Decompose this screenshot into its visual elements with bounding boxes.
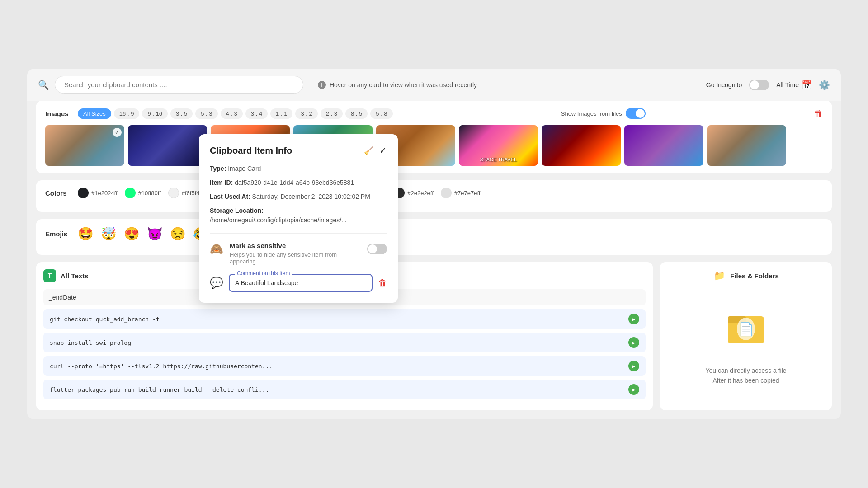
images-title: Images [45, 110, 72, 117]
incognito-label: Go Incognito [706, 81, 742, 89]
filter-8-5[interactable]: 8 : 5 [345, 108, 368, 119]
type-value: Image Card [228, 165, 261, 172]
comment-input[interactable] [230, 275, 372, 291]
filter-all-sizes[interactable]: All Sizes [78, 108, 111, 119]
size-filters: All Sizes 16 : 9 9 : 16 3 : 5 5 : 3 4 : … [78, 108, 393, 119]
emojis-section-header: Emojis 🤩 🤯 😍 😈 😒 😂 😌 😅 🤔 [45, 226, 823, 241]
emoji-3[interactable]: 😍 [124, 226, 140, 241]
last-used-value: Saturday, December 2, 2023 10:02:02 PM [252, 193, 370, 200]
id-row: Item ID: daf5a920-d41e-1dd4-a64b-93ebd36… [210, 178, 387, 188]
header: 🔍 i Hover on any card to view when it wa… [27, 69, 841, 101]
files-title: Files & Folders [730, 272, 779, 280]
all-texts-title: All Texts [61, 272, 88, 280]
command-text-2: snap install swi-prolog [50, 339, 131, 346]
filter-1-1[interactable]: 1 : 1 [270, 108, 292, 119]
modal-check-icon[interactable]: ✓ [379, 145, 387, 156]
command-item-2[interactable]: snap install swi-prolog ▶ [43, 333, 646, 352]
emoji-4[interactable]: 😈 [147, 226, 163, 241]
svg-text:📄: 📄 [738, 322, 754, 337]
image-card-8[interactable] [624, 125, 703, 166]
all-time-button[interactable]: All Time 📅 [776, 80, 811, 90]
comment-section: 💬 Comment on this Item 🗑 [210, 274, 387, 292]
folder-icon: 📁 [713, 269, 726, 282]
sensitive-text: Mark as sensitive Helps you to hide any … [230, 242, 361, 265]
incognito-toggle[interactable] [749, 80, 769, 90]
comment-icon: 💬 [210, 277, 223, 289]
comment-delete-button[interactable]: 🗑 [378, 278, 387, 288]
sensitive-icon: 🙈 [210, 243, 223, 255]
sensitive-desc: Helps you to hide any sensitive item fro… [230, 251, 361, 265]
show-files-toggle-group: Show Images from files [561, 108, 646, 119]
sensitive-toggle[interactable] [367, 244, 387, 254]
files-illustration: 📄 [723, 303, 769, 357]
info-icon: i [318, 81, 326, 89]
search-icon: 🔍 [38, 80, 49, 90]
color-item-8[interactable]: #2e2e2eff [394, 188, 434, 198]
color-item-2[interactable]: #10ff80ff [125, 188, 161, 198]
colors-section: Colors #1e2024ff #10ff80ff #f6f5f4ff [36, 180, 832, 212]
images-trash-icon[interactable]: 🗑 [814, 108, 823, 119]
play-button-4[interactable]: ▶ [628, 384, 639, 395]
filter-3-2[interactable]: 3 : 2 [295, 108, 317, 119]
emoji-1[interactable]: 🤩 [78, 226, 94, 241]
type-row: Type: Image Card [210, 164, 387, 174]
image-card-7[interactable] [542, 125, 621, 166]
bottom-row: T All Texts _endDate git checkout quck_a… [36, 262, 832, 410]
filter-16-9[interactable]: 16 : 9 [114, 108, 140, 119]
play-button-2[interactable]: ▶ [628, 337, 639, 348]
command-text-3: curl --proto '=https' --tlsv1.2 https://… [50, 363, 273, 370]
filter-5-3[interactable]: 5 : 3 [195, 108, 217, 119]
clipboard-info-modal: Clipboard Item Info 🧹 ✓ Type: Image Card… [199, 134, 398, 303]
last-used-label: Last Used At: [210, 193, 250, 200]
main-container: 🔍 i Hover on any card to view when it wa… [27, 69, 841, 419]
emoji-2[interactable]: 🤯 [101, 226, 117, 241]
type-label: Type: [210, 165, 226, 172]
image-card-2[interactable] [128, 125, 207, 166]
filter-3-5[interactable]: 3 : 5 [170, 108, 193, 119]
play-button-3[interactable]: ▶ [628, 361, 639, 371]
images-section-header: Images All Sizes 16 : 9 9 : 16 3 : 5 5 :… [45, 108, 823, 119]
show-files-label: Show Images from files [561, 110, 622, 117]
color-item-1[interactable]: #1e2024ff [78, 188, 118, 198]
comment-float-label: Comment on this Item [235, 270, 292, 277]
image-card-6[interactable]: SPACE TRAVEL [459, 125, 538, 166]
modal-title: Clipboard Item Info [210, 145, 292, 156]
color-label-8: #2e2e2eff [407, 190, 434, 197]
info-text: Hover on any card to view when it was us… [330, 81, 477, 89]
command-text-4: flutter packages pub run build_runner bu… [50, 386, 269, 393]
filter-4-3[interactable]: 4 : 3 [221, 108, 243, 119]
filter-5-8[interactable]: 5 : 8 [370, 108, 392, 119]
calendar-icon: 📅 [802, 80, 811, 90]
last-used-row: Last Used At: Saturday, December 2, 2023… [210, 192, 387, 202]
color-dot-9 [441, 188, 452, 198]
colors-section-header: Colors #1e2024ff #10ff80ff #f6f5f4ff [45, 188, 823, 198]
command-item-4[interactable]: flutter packages pub run build_runner bu… [43, 380, 646, 399]
color-label-2: #10ff80ff [138, 190, 161, 197]
search-input[interactable] [55, 76, 303, 94]
color-label-9: #7e7e7eff [454, 190, 481, 197]
storage-label: Storage Location: [210, 207, 264, 214]
command-item-1[interactable]: git checkout quck_add_branch -f ▶ [43, 309, 646, 329]
files-header: 📁 Files & Folders [713, 269, 779, 282]
emojis-title: Emojis [45, 230, 72, 238]
color-dot-3 [168, 188, 179, 198]
modal-clean-icon[interactable]: 🧹 [364, 145, 374, 155]
emojis-section: Emojis 🤩 🤯 😍 😈 😒 😂 😌 😅 🤔 [36, 219, 832, 255]
color-item-9[interactable]: #7e7e7eff [441, 188, 481, 198]
image-checkmark-1: ✓ [113, 128, 122, 137]
color-label-1: #1e2024ff [91, 190, 118, 197]
color-item-3[interactable]: #f6f5f4ff [168, 188, 203, 198]
image-card-9[interactable] [707, 125, 786, 166]
command-item-3[interactable]: curl --proto '=https' --tlsv1.2 https://… [43, 356, 646, 376]
settings-icon[interactable]: ⚙️ [819, 80, 830, 90]
filter-9-16[interactable]: 9 : 16 [142, 108, 168, 119]
modal-divider [210, 233, 387, 234]
files-line1: You can directly access a file [705, 366, 786, 375]
emoji-5[interactable]: 😒 [170, 226, 186, 241]
play-button-1[interactable]: ▶ [628, 314, 639, 324]
image-card-1[interactable]: ✓ [45, 125, 124, 166]
filter-2-3[interactable]: 2 : 3 [321, 108, 343, 119]
show-files-toggle[interactable] [626, 108, 646, 119]
filter-3-4[interactable]: 3 : 4 [245, 108, 268, 119]
sensitive-section: 🙈 Mark as sensitive Helps you to hide an… [210, 242, 387, 265]
